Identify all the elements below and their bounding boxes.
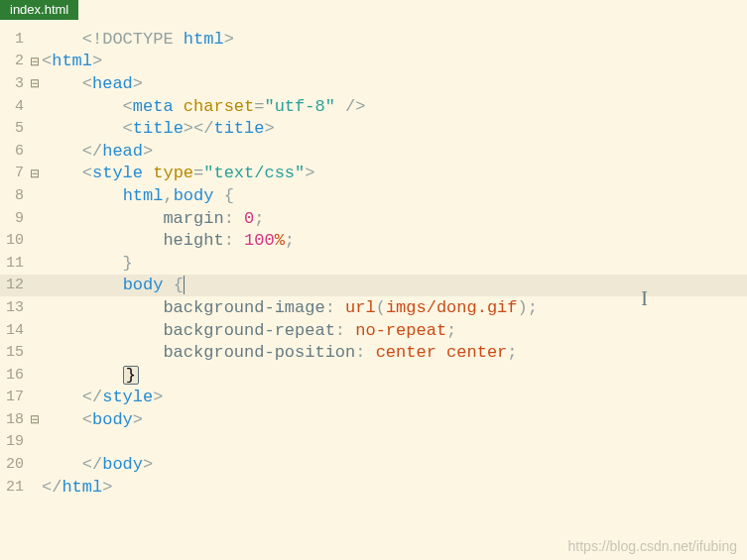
code-content: } [42, 254, 747, 273]
file-tab[interactable]: index.html [0, 0, 78, 20]
line-number: 15 [0, 344, 28, 361]
code-content: <head> [42, 74, 747, 93]
code-line[interactable]: 9 margin: 0; [0, 207, 747, 230]
code-line[interactable]: 1 <!DOCTYPE html> [0, 28, 747, 51]
matching-brace-highlight: } [123, 366, 139, 385]
code-line[interactable]: 2⊟<html> [0, 51, 747, 73]
code-line[interactable]: 21</html> [0, 476, 747, 499]
fold-marker[interactable]: ⊟ [28, 412, 42, 426]
file-tab-label: index.html [10, 2, 68, 17]
line-number: 14 [0, 322, 28, 339]
code-content: margin: 0; [42, 209, 747, 228]
code-content: background-repeat: no-repeat; [42, 321, 747, 340]
code-line[interactable]: 20 </body> [0, 453, 747, 476]
line-number: 19 [0, 433, 28, 450]
code-content: </head> [42, 142, 747, 161]
line-number: 18 [0, 411, 28, 428]
code-line[interactable]: 11 } [0, 252, 747, 275]
code-line[interactable]: 18⊟ <body> [0, 408, 747, 431]
code-line[interactable]: 7⊟ <style type="text/css"> [0, 163, 747, 185]
watermark: https://blog.csdn.net/ifubing [568, 538, 737, 554]
line-number: 17 [0, 389, 28, 405]
code-content: <html> [42, 52, 747, 70]
code-content: <meta charset="utf-8" /> [42, 97, 747, 116]
line-number: 3 [0, 75, 28, 92]
line-number: 2 [0, 53, 28, 69]
code-line[interactable]: 17 </style> [0, 387, 747, 409]
code-line[interactable]: 3⊟ <head> [0, 72, 747, 95]
line-number: 5 [0, 120, 28, 137]
fold-marker[interactable]: ⊟ [28, 55, 42, 68]
code-content: <body> [42, 410, 747, 429]
code-line[interactable]: 12 body { [0, 275, 747, 297]
line-number: 20 [0, 456, 28, 473]
code-line[interactable]: 14 background-repeat: no-repeat; [0, 319, 747, 342]
line-number: 21 [0, 479, 28, 496]
line-number: 4 [0, 98, 28, 115]
code-line[interactable]: 6 </head> [0, 140, 747, 163]
code-content: } [42, 366, 747, 385]
line-number: 9 [0, 210, 28, 227]
line-number: 16 [0, 367, 28, 384]
fold-marker[interactable]: ⊟ [28, 167, 42, 180]
code-content: </style> [42, 388, 747, 406]
line-number: 13 [0, 299, 28, 316]
code-editor[interactable]: 1 <!DOCTYPE html>2⊟<html>3⊟ <head>4 <met… [0, 28, 747, 560]
line-number: 7 [0, 165, 28, 181]
code-content: html,body { [42, 186, 747, 205]
line-number: 6 [0, 143, 28, 160]
code-content: </body> [42, 455, 747, 474]
code-content: <title></title> [42, 119, 747, 138]
code-line[interactable]: 15 background-position: center center; [0, 341, 747, 364]
code-line[interactable]: 10 height: 100%; [0, 229, 747, 252]
line-number: 11 [0, 255, 28, 272]
line-number: 10 [0, 232, 28, 249]
text-cursor-icon: I [641, 287, 648, 310]
caret [184, 276, 185, 294]
fold-marker[interactable]: ⊟ [28, 76, 42, 90]
code-line[interactable]: 5 <title></title> [0, 117, 747, 140]
line-number: 1 [0, 31, 28, 48]
code-line[interactable]: 8 html,body { [0, 184, 747, 207]
code-line[interactable]: 13 background-image: url(imgs/dong.gif); [0, 296, 747, 319]
code-content: </html> [42, 478, 747, 497]
code-line[interactable]: 4 <meta charset="utf-8" /> [0, 95, 747, 118]
code-content: <style type="text/css"> [42, 164, 747, 182]
code-content: background-position: center center; [42, 343, 747, 362]
code-content: height: 100%; [42, 231, 747, 250]
code-line[interactable]: 16 } [0, 364, 747, 387]
line-number: 8 [0, 187, 28, 204]
code-line[interactable]: 19 [0, 431, 747, 454]
code-content: <!DOCTYPE html> [42, 30, 747, 49]
line-number: 12 [0, 277, 28, 293]
